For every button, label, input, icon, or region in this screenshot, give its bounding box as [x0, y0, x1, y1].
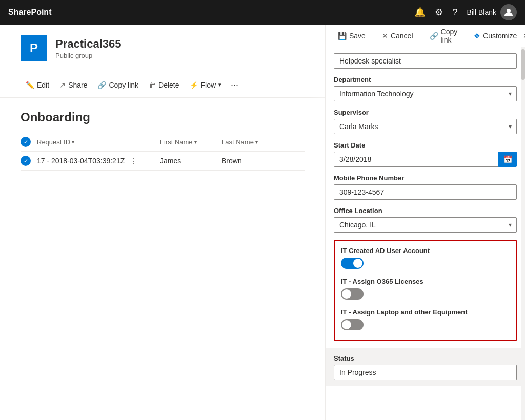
delete-button[interactable]: 🗑 Delete: [144, 78, 184, 92]
panel-toolbar: 💾 Save ✕ Cancel 🔗 Copy link ❖ Customize …: [326, 25, 525, 47]
settings-icon[interactable]: ⚙: [435, 7, 443, 18]
it-o365-toggle[interactable]: [341, 288, 364, 300]
calendar-icon-button[interactable]: 📅: [498, 152, 517, 167]
department-label: Department: [334, 76, 517, 83]
supervisor-field: Supervisor Carla Marks John Smith Jane D…: [334, 109, 517, 134]
row-context-menu[interactable]: ⋮: [130, 156, 140, 166]
office-location-select-wrapper: Chicago, IL New York, NY Los Angeles, CA…: [334, 217, 517, 233]
notifications-icon[interactable]: 🔔: [414, 7, 426, 18]
share-button[interactable]: ↗ Share: [54, 78, 92, 92]
list-header: ✓ Request ID ▾ First Name ▾ Last Name ▾: [21, 133, 305, 152]
panel-save-button[interactable]: 💾 Save: [334, 29, 370, 43]
main-layout: P Practical365 Public group ✏️ Edit ↗ Sh…: [0, 25, 525, 420]
svg-point-0: [507, 9, 511, 13]
scrollbar-thumb[interactable]: [521, 49, 525, 80]
topbar: SharePoint 🔔 ⚙ ? Bill Blank: [0, 0, 525, 25]
mobile-phone-label: Mobile Phone Number: [334, 174, 517, 182]
copy-link-icon: 🔗: [430, 32, 438, 40]
sort-icon-first: ▾: [194, 139, 197, 145]
share-icon: ↗: [59, 81, 66, 89]
office-location-select[interactable]: Chicago, IL New York, NY Los Angeles, CA: [334, 217, 517, 233]
first-name-header[interactable]: First Name ▾: [160, 138, 221, 146]
start-date-wrapper: 📅: [334, 152, 517, 167]
request-id-header[interactable]: Request ID ▾: [37, 138, 160, 146]
start-date-label: Start Date: [334, 141, 517, 149]
status-label: Status: [334, 354, 517, 362]
flow-icon: ⚡: [190, 81, 198, 89]
user-name: Bill Blank: [467, 8, 496, 16]
department-field: Department Information Technology Human …: [334, 76, 517, 101]
site-header: P Practical365 Public group: [0, 25, 325, 72]
it-ad-toggle[interactable]: [341, 258, 364, 269]
site-icon: P: [21, 35, 47, 61]
customize-icon: ❖: [474, 32, 480, 40]
copy-link-button[interactable]: 🔗 Copy link: [92, 78, 144, 92]
first-name-cell: James: [160, 157, 221, 165]
panel-customize-button[interactable]: ❖ Customize: [470, 29, 521, 43]
more-button[interactable]: ···: [227, 76, 243, 93]
it-section-box: IT Created AD User Account IT - Assign O…: [334, 240, 517, 341]
supervisor-select[interactable]: Carla Marks John Smith Jane Doe: [334, 119, 517, 134]
it-ad-field: IT Created AD User Account: [341, 247, 510, 270]
it-laptop-toggle-knob: [342, 320, 351, 329]
user-avatar: [500, 4, 517, 20]
office-location-field: Office Location Chicago, IL New York, NY…: [334, 207, 517, 233]
it-laptop-label: IT - Assign Laptop and other Equipment: [341, 308, 510, 316]
mobile-phone-input[interactable]: [334, 184, 517, 200]
site-type: Public group: [55, 52, 121, 59]
start-date-input[interactable]: [334, 152, 517, 167]
panel-cancel-button[interactable]: ✕ Cancel: [378, 29, 417, 43]
edit-button[interactable]: ✏️ Edit: [21, 78, 54, 92]
it-ad-toggle-knob: [353, 259, 362, 268]
flow-chevron: ▾: [218, 81, 221, 88]
flow-button[interactable]: ⚡ Flow ▾: [185, 78, 227, 92]
site-info: Practical365 Public group: [55, 37, 121, 59]
department-select-wrapper: Information Technology Human Resources F…: [334, 86, 517, 101]
sort-icon-last: ▾: [255, 139, 258, 145]
office-location-label: Office Location: [334, 207, 517, 215]
it-o365-label: IT - Assign O365 Licenses: [341, 278, 510, 285]
save-icon: 💾: [338, 32, 347, 40]
left-pane: P Practical365 Public group ✏️ Edit ↗ Sh…: [0, 25, 325, 420]
panel-copy-link-button[interactable]: 🔗 Copy link: [426, 25, 462, 47]
it-laptop-toggle[interactable]: [341, 319, 364, 330]
right-panel: 💾 Save ✕ Cancel 🔗 Copy link ❖ Customize …: [325, 25, 525, 420]
scrollbar-track: [521, 47, 525, 420]
link-icon: 🔗: [97, 81, 106, 89]
panel-close-button[interactable]: ✕: [523, 32, 525, 40]
sort-icon-request: ▾: [72, 139, 74, 145]
row-checkbox[interactable]: ✓: [21, 156, 37, 166]
request-id-cell: 17 - 2018-03-04T03:39:21Z ⋮: [37, 156, 160, 166]
cancel-x-icon: ✕: [382, 32, 388, 40]
help-icon[interactable]: ?: [452, 7, 457, 18]
delete-icon: 🗑: [149, 81, 156, 89]
user-menu[interactable]: Bill Blank: [467, 4, 517, 20]
it-o365-field: IT - Assign O365 Licenses: [341, 278, 510, 301]
calendar-icon: 📅: [503, 155, 512, 163]
it-o365-toggle-knob: [342, 289, 351, 299]
job-title-field: [334, 53, 517, 69]
supervisor-select-wrapper: Carla Marks John Smith Jane Doe ▾: [334, 119, 517, 134]
panel-form: Department Information Technology Human …: [326, 47, 525, 420]
topbar-icons: 🔔 ⚙ ? Bill Blank: [414, 4, 517, 20]
job-title-input[interactable]: [334, 53, 517, 69]
last-name-cell: Brown: [221, 157, 273, 165]
status-section: Status: [326, 348, 525, 386]
it-laptop-field: IT - Assign Laptop and other Equipment: [341, 308, 510, 332]
status-input[interactable]: [334, 365, 517, 380]
table-row[interactable]: ✓ 17 - 2018-03-04T03:39:21Z ⋮ James Brow…: [21, 152, 305, 171]
it-ad-label: IT Created AD User Account: [341, 247, 510, 255]
start-date-field: Start Date 📅: [334, 141, 517, 167]
edit-icon: ✏️: [26, 81, 34, 89]
last-name-header[interactable]: Last Name ▾: [221, 138, 273, 146]
row-check-icon: ✓: [21, 156, 31, 166]
sharepoint-logo: SharePoint: [8, 8, 414, 17]
list-toolbar: ✏️ Edit ↗ Share 🔗 Copy link 🗑 Delete ⚡ F…: [0, 72, 325, 98]
page-title: Onboarding: [21, 110, 305, 124]
check-header[interactable]: ✓: [21, 137, 37, 147]
select-all-check[interactable]: ✓: [21, 137, 31, 147]
site-name: Practical365: [55, 37, 121, 51]
mobile-phone-field: Mobile Phone Number: [334, 174, 517, 200]
department-select[interactable]: Information Technology Human Resources F…: [334, 86, 517, 101]
supervisor-label: Supervisor: [334, 109, 517, 116]
